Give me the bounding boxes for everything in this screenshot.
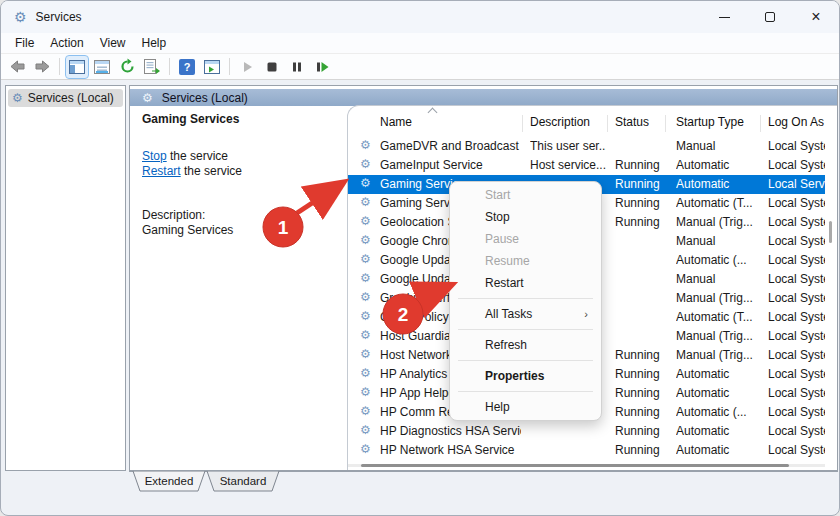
- menu-action[interactable]: Action: [42, 34, 91, 52]
- sidebar-item-services-local[interactable]: ⚙ Services (Local): [8, 89, 123, 107]
- service-gear-icon: ⚙: [360, 215, 371, 227]
- menu-bar: File Action View Help: [1, 33, 839, 53]
- context-menu-item-help[interactable]: Help: [450, 396, 601, 418]
- context-menu-item-all-tasks[interactable]: All Tasks›: [450, 303, 601, 325]
- close-icon: ×: [811, 8, 820, 26]
- svg-text:?: ?: [184, 61, 191, 73]
- context-menu-item-restart[interactable]: Restart: [450, 272, 601, 294]
- maximize-button[interactable]: [747, 1, 793, 33]
- service-logon-as: Local Syste...: [768, 291, 825, 305]
- service-gear-icon: ⚙: [360, 367, 371, 379]
- service-logon-as: Local Syste...: [768, 215, 825, 229]
- service-status: Running: [615, 367, 664, 381]
- context-menu-item-pause: Pause: [450, 228, 601, 250]
- description-value: Gaming Services: [142, 223, 233, 237]
- column-header-description[interactable]: Description: [530, 115, 590, 134]
- service-startup-type: Manual: [676, 234, 759, 248]
- service-status: Running: [615, 405, 664, 419]
- service-startup-type: Automatic: [676, 158, 759, 172]
- restart-service-icon[interactable]: [311, 56, 333, 78]
- service-logon-as: Local Syste...: [768, 443, 825, 457]
- console-tree-panel: ⚙ Services (Local): [5, 85, 126, 471]
- window-title: Services: [36, 10, 82, 24]
- forward-icon[interactable]: [31, 56, 53, 78]
- service-gear-icon: ⚙: [360, 291, 371, 303]
- menu-help[interactable]: Help: [134, 34, 175, 52]
- service-startup-type: Automatic: [676, 367, 759, 381]
- help-icon[interactable]: ?: [176, 56, 198, 78]
- stop-service-link[interactable]: Stop: [142, 149, 167, 163]
- stop-service-icon[interactable]: [261, 56, 283, 78]
- service-logon-as: Local Syste...: [768, 139, 825, 153]
- services-gear-icon: ⚙: [12, 92, 23, 104]
- tab-extended-label: Extended: [145, 475, 194, 487]
- service-row[interactable]: ⚙ HP Diagnostics HSA Service Running Aut…: [348, 422, 825, 441]
- service-row[interactable]: ⚙ GameInput Service Host service... Runn…: [348, 156, 825, 175]
- close-button[interactable]: ×: [793, 1, 839, 33]
- description-label: Description:: [142, 208, 205, 222]
- tab-standard-label: Standard: [220, 475, 267, 487]
- minimize-button[interactable]: [701, 1, 747, 33]
- toolbar: ?: [1, 53, 839, 80]
- menu-view[interactable]: View: [92, 34, 134, 52]
- properties-window-icon[interactable]: [91, 56, 113, 78]
- service-status: Running: [615, 196, 664, 210]
- banner-title: Services (Local): [162, 91, 248, 105]
- horizontal-scrollbar-thumb[interactable]: [361, 464, 789, 467]
- menu-separator: [458, 391, 593, 392]
- column-divider: [760, 115, 761, 132]
- service-row[interactable]: ⚙ GameDVR and Broadcast Us... This user …: [348, 137, 825, 156]
- column-header-name[interactable]: Name: [380, 115, 412, 134]
- service-gear-icon: ⚙: [360, 443, 371, 455]
- service-logon-as: Local Syste...: [768, 329, 825, 343]
- service-gear-icon: ⚙: [360, 177, 371, 189]
- service-logon-as: Local Syste...: [768, 310, 825, 324]
- snapin-banner: ⚙ Services (Local): [130, 89, 837, 106]
- service-logon-as: Local Syste...: [768, 234, 825, 248]
- service-status: Running: [615, 177, 664, 191]
- service-logon-as: Local Syste...: [768, 424, 825, 438]
- view-tabs: Extended Standard: [129, 471, 369, 495]
- service-status: Running: [615, 215, 664, 229]
- pause-service-icon[interactable]: [286, 56, 308, 78]
- menu-separator: [458, 329, 593, 330]
- service-startup-type: Manual (Trig...: [676, 329, 759, 343]
- submenu-arrow-icon: ›: [584, 303, 588, 325]
- column-header-status[interactable]: Status: [615, 115, 649, 134]
- service-gear-icon: ⚙: [360, 348, 371, 360]
- restart-service-link[interactable]: Restart: [142, 164, 181, 178]
- restart-service-line: Restart the service: [142, 164, 242, 178]
- start-service-icon[interactable]: [236, 56, 258, 78]
- service-startup-type: Automatic: [676, 177, 759, 191]
- service-status: Running: [615, 443, 664, 457]
- service-row[interactable]: ⚙ HP Network HSA Service Running Automat…: [348, 441, 825, 460]
- export-list-icon[interactable]: [141, 56, 163, 78]
- menu-file[interactable]: File: [7, 34, 42, 52]
- context-menu-item-refresh[interactable]: Refresh: [450, 334, 601, 356]
- service-gear-icon: ⚙: [360, 139, 371, 151]
- vertical-scrollbar-thumb[interactable]: [829, 221, 832, 243]
- service-logon-as: Local Syste...: [768, 253, 825, 267]
- back-icon[interactable]: [6, 56, 28, 78]
- context-menu-item-stop[interactable]: Stop: [450, 206, 601, 228]
- refresh-icon[interactable]: [116, 56, 138, 78]
- show-console-tree-icon[interactable]: [66, 56, 88, 78]
- toolbar-separator: [229, 58, 230, 75]
- service-name: GameDVR and Broadcast Us...: [380, 139, 521, 153]
- service-startup-type: Automatic: [676, 443, 759, 457]
- service-status: Running: [615, 158, 664, 172]
- service-gear-icon: ⚙: [360, 158, 371, 170]
- column-divider: [665, 115, 666, 132]
- context-menu-item-properties[interactable]: Properties: [450, 365, 601, 387]
- maximize-icon: [765, 12, 775, 22]
- show-action-pane-icon[interactable]: [201, 56, 223, 78]
- service-status: Running: [615, 386, 664, 400]
- service-status: Running: [615, 348, 664, 362]
- column-header-logon[interactable]: Log On As: [768, 115, 824, 134]
- service-gear-icon: ⚙: [360, 196, 371, 208]
- service-logon-as: Local Syste...: [768, 272, 825, 286]
- column-header-startup[interactable]: Startup Type: [676, 115, 744, 134]
- service-gear-icon: ⚙: [360, 386, 371, 398]
- service-gear-icon: ⚙: [360, 405, 371, 417]
- context-menu-item-start: Start: [450, 184, 601, 206]
